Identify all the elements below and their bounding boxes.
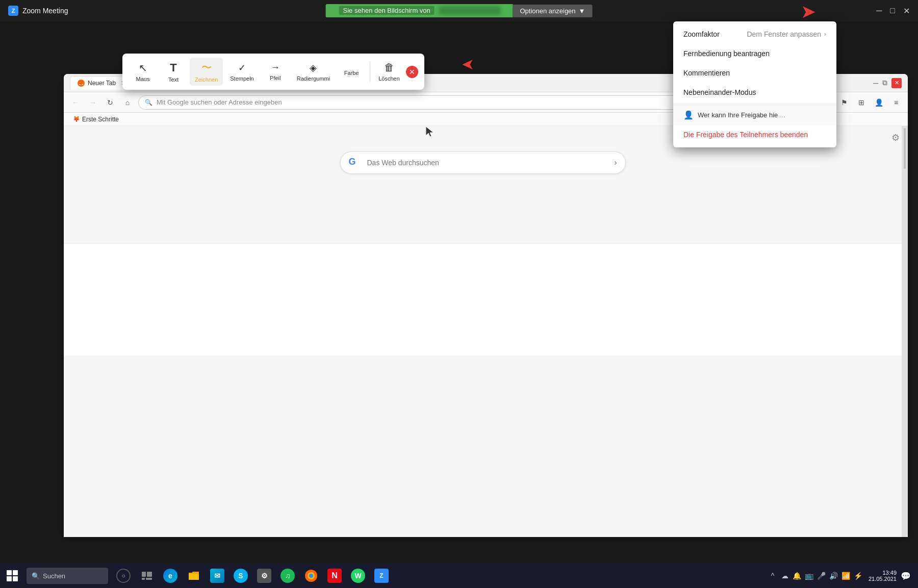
browser-content: G Das Web durchsuchen › ⚙ <box>64 126 908 537</box>
scrollbar-thumb[interactable] <box>904 128 906 169</box>
browser-close-button[interactable]: ✕ <box>891 78 902 88</box>
stamp-icon: ✓ <box>238 62 246 73</box>
tool-radiergummi[interactable]: ◈ Radiergummi <box>292 59 335 85</box>
google-search-box[interactable]: G Das Web durchsuchen › <box>340 151 626 174</box>
mouse-cursor-icon: ↖ <box>139 62 147 74</box>
systray-network-icon[interactable]: 📶 <box>841 571 851 581</box>
stempeln-label: Stempeln <box>230 75 253 82</box>
settings-app-icon: ⚙ <box>257 569 271 583</box>
close-button[interactable]: ✕ <box>903 6 910 16</box>
tool-farbe[interactable]: Farbe <box>337 65 366 79</box>
chevron-down-icon: ▼ <box>579 7 585 15</box>
who-can-share-item: 👤 Wer kann Ihre Freigabe hie … <box>673 105 836 125</box>
forward-button[interactable]: → <box>86 96 99 109</box>
share-text: Sie sehen den Bildschirm von <box>326 4 513 18</box>
taskbar-app-skype[interactable]: S <box>230 565 252 587</box>
sidebar-icon[interactable]: ⊞ <box>855 96 868 109</box>
text-label: Text <box>168 76 178 83</box>
dropdown-stop-share[interactable]: Die Freigabe des Teilnehmers beenden <box>673 125 836 144</box>
options-dropdown: Zoomfaktor Dem Fenster anpassen › Fernbe… <box>673 21 836 147</box>
systray-cloud-icon[interactable]: ☁ <box>780 571 790 581</box>
close-annotation-button[interactable]: ✕ <box>406 66 418 78</box>
google-logo: G <box>349 157 361 169</box>
trash-icon: 🗑 <box>384 62 394 73</box>
tool-zeichnen[interactable]: 〜 Zeichnen <box>190 58 223 86</box>
folder-icon <box>187 569 201 583</box>
svg-rect-4 <box>146 578 152 580</box>
tool-loeschen[interactable]: 🗑 Löschen <box>374 59 404 85</box>
systray-volume-icon[interactable]: 🔊 <box>829 571 839 581</box>
systray-mic-icon[interactable]: 🎤 <box>817 571 827 581</box>
chevron-right-icon: › <box>824 31 826 38</box>
minimize-button[interactable]: ─ <box>876 6 882 15</box>
home-button[interactable]: ⌂ <box>121 96 134 109</box>
zoom-app-title: Zoom Meeting <box>22 7 68 15</box>
taskbar-app-whatsapp[interactable]: W <box>347 565 369 587</box>
maximize-button[interactable]: □ <box>890 6 895 15</box>
address-placeholder: Mit Google suchen oder Adresse eingeben <box>157 98 282 106</box>
tool-text[interactable]: T Text <box>159 58 188 86</box>
svg-rect-3 <box>142 578 145 580</box>
netflix-icon: N <box>327 569 342 583</box>
taskbar-app-widget[interactable]: ○ <box>112 565 135 587</box>
tool-maus[interactable]: ↖ Maus <box>129 59 157 85</box>
menu-icon[interactable]: ≡ <box>889 96 903 109</box>
toolbar-divider <box>370 62 370 82</box>
annotation-toolbar: ↖ Maus T Text 〜 Zeichnen ✓ Stempeln → Pf… <box>122 54 424 90</box>
draw-icon: 〜 <box>201 61 212 74</box>
search-icon: 🔍 <box>145 99 152 106</box>
arrow-icon: → <box>271 62 280 73</box>
svg-rect-1 <box>142 572 146 577</box>
bookmarks-icon[interactable]: ⚑ <box>837 96 851 109</box>
taskbar-search-icon: 🔍 <box>32 572 40 580</box>
taskbar-app-taskview[interactable] <box>136 565 158 587</box>
zoom-logo-icon: Z <box>8 6 18 16</box>
systray-bell-icon[interactable]: 🔔 <box>792 571 802 581</box>
taskbar-app-spotify[interactable]: ♫ <box>276 565 299 587</box>
tool-pfeil[interactable]: → Pfeil <box>261 59 290 84</box>
back-button[interactable]: ← <box>69 96 82 109</box>
browser-minimize-button[interactable]: ─ <box>873 79 878 87</box>
taskbar-right: ^ ☁ 🔔 📺 🎤 🔊 📶 ⚡ 13:49 21.05.2021 💬 <box>768 569 918 583</box>
systray: ^ ☁ 🔔 📺 🎤 🔊 📶 ⚡ <box>768 571 863 581</box>
zoom-title: Z Zoom Meeting <box>8 6 68 16</box>
taskbar-app-zoom[interactable]: Z <box>370 565 393 587</box>
radiergummi-label: Radiergummi <box>297 75 330 82</box>
taskbar-app-netflix[interactable]: N <box>323 565 346 587</box>
options-button[interactable]: Optionen anzeigen ▼ <box>513 5 592 17</box>
person-icon: 👤 <box>683 110 694 120</box>
dropdown-nebeneinander[interactable]: Nebeneinander-Modus <box>673 83 836 102</box>
taskbar-search[interactable]: 🔍 Suchen <box>27 568 108 584</box>
bookmark-erste-schritte[interactable]: 🦊 Erste Schritte <box>70 115 122 124</box>
systray-power-icon[interactable]: ⚡ <box>853 571 863 581</box>
taskbar-app-firefox[interactable] <box>300 565 322 587</box>
systray-expand-icon[interactable]: ^ <box>768 571 778 581</box>
account-icon[interactable]: 👤 <box>872 96 885 109</box>
zoom-topbar: Z Zoom Meeting Sie sehen den Bildschirm … <box>0 0 918 21</box>
taskbar-app-mail[interactable]: ✉ <box>206 565 228 587</box>
taskbar-app-folder[interactable] <box>183 565 205 587</box>
notification-center-button[interactable]: 💬 <box>899 569 913 583</box>
firefox-favicon: 🦊 <box>78 80 85 87</box>
browser-scrollbar[interactable] <box>902 126 908 537</box>
red-arrow-annotation-top: ➤ <box>801 1 816 22</box>
start-button[interactable] <box>0 564 24 588</box>
dropdown-zoomfaktor[interactable]: Zoomfaktor Dem Fenster anpassen › <box>673 24 836 44</box>
spotify-icon: ♫ <box>280 569 295 583</box>
bookmark-firefox-icon: 🦊 <box>73 116 80 122</box>
taskbar-app-settings[interactable]: ⚙ <box>253 565 275 587</box>
search-arrow-icon: › <box>614 158 617 167</box>
tool-stempeln[interactable]: ✓ Stempeln <box>225 59 259 85</box>
dropdown-fernbedienung[interactable]: Fernbedienung beantragen <box>673 44 836 63</box>
reload-button[interactable]: ↻ <box>104 96 117 109</box>
blurred-username <box>439 7 500 15</box>
taskbar-clock[interactable]: 13:49 21.05.2021 <box>869 570 897 582</box>
taskbar-app-edge[interactable]: e <box>159 565 182 587</box>
systray-display-icon[interactable]: 📺 <box>804 571 814 581</box>
pfeil-label: Pfeil <box>270 75 280 81</box>
settings-gear-icon[interactable]: ⚙ <box>891 132 900 143</box>
red-arrow-annotation-toolbar: ➤ <box>462 55 474 73</box>
dropdown-kommentieren[interactable]: Kommentieren <box>673 63 836 83</box>
firefox-taskbar-icon <box>304 569 318 583</box>
browser-maximize-button[interactable]: ⧉ <box>882 79 887 87</box>
